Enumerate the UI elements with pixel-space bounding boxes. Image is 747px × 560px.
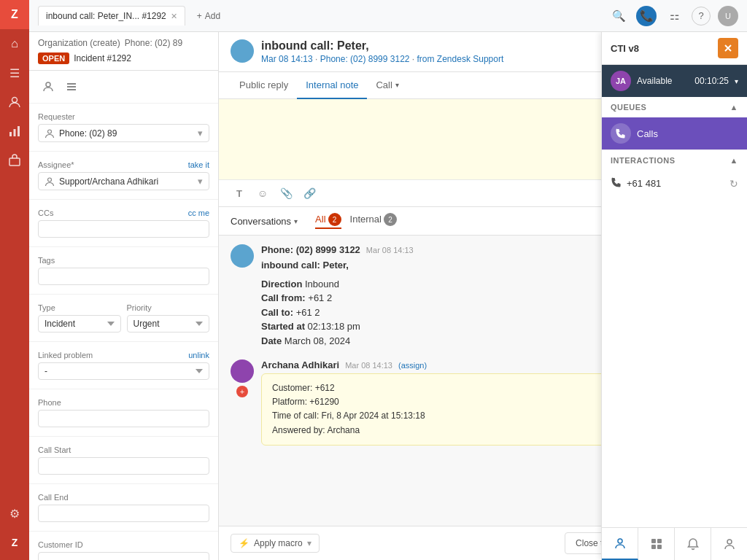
conversations-tabs: All2 Internal2 <box>315 213 397 229</box>
user-avatar[interactable]: U <box>718 6 738 26</box>
sidebar-item-reporting[interactable] <box>0 117 29 146</box>
link-icon[interactable]: 🔗 <box>301 184 318 202</box>
sidebar-item-home[interactable]: ⌂ <box>0 29 29 58</box>
linked-problem-section: Linked problem unlink - <box>29 342 218 389</box>
phone-breadcrumb[interactable]: Phone: (02) 89 <box>125 38 182 48</box>
direction-label: Direction <box>261 279 302 289</box>
type-priority-section: Type Incident Problem Task Question Prio… <box>29 295 218 342</box>
cti-interaction-item: +61 481 ↻ <box>602 171 747 196</box>
sidebar-item-customers[interactable] <box>0 88 29 117</box>
svg-rect-3 <box>18 126 20 136</box>
conversations-label: Conversations <box>231 216 291 227</box>
requester-dropdown-icon: ▾ <box>198 128 203 139</box>
svg-rect-14 <box>651 545 656 549</box>
cti-nav-agent[interactable] <box>602 528 638 560</box>
tab-all[interactable]: All2 <box>315 213 341 229</box>
ticket-title: inbound call: Peter, <box>261 39 503 52</box>
attach-icon[interactable]: 📎 <box>277 184 295 202</box>
topbar-left: inbound call: Peter_IN... #1292 ✕ + Add <box>38 6 226 26</box>
left-sidebar: Z ⌂ ☰ ⚙ Z <box>0 0 29 560</box>
direction-value: Inbound <box>305 279 339 289</box>
ticket-meta: Mar 08 14:13 · Phone: (02) 8999 3122 · f… <box>261 54 503 64</box>
list-icon[interactable] <box>61 77 82 97</box>
sidebar-item-organizations[interactable] <box>0 146 29 175</box>
emoji-icon[interactable]: ☺ <box>254 184 271 202</box>
org-breadcrumb[interactable]: Organization (create) <box>38 38 120 48</box>
conversations-filter-dropdown[interactable]: Conversations ▾ <box>231 216 298 227</box>
assign-link[interactable]: (assign) <box>398 361 427 370</box>
cc-me-link[interactable]: cc me <box>188 209 209 217</box>
format-text-icon[interactable]: T <box>231 184 248 202</box>
macro-dropdown-icon: ▾ <box>307 538 311 548</box>
apps-icon[interactable]: ⚏ <box>664 6 684 26</box>
priority-label: Priority <box>127 303 210 312</box>
cti-reload-icon[interactable]: ↻ <box>729 178 738 190</box>
call-start-section: Call Start <box>29 437 218 484</box>
cti-phone-row: +61 481 <box>611 176 661 190</box>
assignee-label: Assignee* take it <box>38 160 209 169</box>
svg-point-16 <box>727 540 732 544</box>
cti-nav-grid[interactable] <box>638 528 675 560</box>
msg-avatar-1 <box>231 244 254 268</box>
call-start-label: Call Start <box>38 446 209 454</box>
person-icon[interactable] <box>38 77 58 97</box>
apply-macro-button[interactable]: ⚡ Apply macro ▾ <box>231 534 320 553</box>
requester-input[interactable]: Phone: (02) 89 ▾ <box>38 124 209 142</box>
unlink-link[interactable]: unlink <box>188 351 209 359</box>
interactions-label: INTERACTIONS <box>611 156 676 165</box>
sidebar-item-settings[interactable]: ⚙ <box>0 499 29 528</box>
call-end-input[interactable] <box>38 505 209 522</box>
content-area: Organization (create) Phone: (02) 89 OPE… <box>29 32 747 560</box>
ccs-input[interactable] <box>38 220 209 238</box>
svg-point-9 <box>48 130 52 133</box>
incident-label: Incident #1292 <box>74 53 131 63</box>
cti-nav-profile[interactable] <box>711 528 747 560</box>
breadcrumb: Organization (create) Phone: (02) 89 OPE… <box>29 32 218 71</box>
ticket-tab[interactable]: inbound call: Peter_IN... #1292 ✕ <box>38 6 185 26</box>
type-field: Type Incident Problem Task Question <box>38 303 121 332</box>
tab-internal-note[interactable]: Internal note <box>297 72 367 99</box>
call-from-value: +61 2 <box>308 292 332 303</box>
search-icon[interactable]: 🔍 <box>608 6 629 26</box>
add-icon-small[interactable]: + <box>236 386 248 397</box>
tab-close-icon[interactable]: ✕ <box>171 12 177 21</box>
customer-id-input[interactable] <box>38 552 209 560</box>
topbar-right: 🔍 📞 ⚏ ? U <box>608 6 738 26</box>
take-it-link[interactable]: take it <box>188 160 209 169</box>
cti-panel: CTI v8 JA Available 00:10:25 ▾ QUEUES ▲ <box>601 32 747 560</box>
assignee-value: Support/Archana Adhikari <box>59 176 158 187</box>
call-start-input[interactable] <box>38 457 209 475</box>
tab-public-reply[interactable]: Public reply <box>231 72 297 99</box>
tags-section: Tags <box>29 247 218 295</box>
app-logo[interactable]: Z <box>0 0 29 29</box>
agent-chevron-icon[interactable]: ▾ <box>735 77 738 85</box>
call-end-section: Call End <box>29 484 218 532</box>
type-priority-row: Type Incident Problem Task Question Prio… <box>38 303 209 332</box>
tab-call[interactable]: Call ▾ <box>367 72 407 99</box>
cti-agent-row: JA Available 00:10:25 ▾ <box>602 65 747 97</box>
zendesk-icon[interactable]: Z <box>0 528 29 557</box>
phone-icon[interactable]: 📞 <box>636 6 657 26</box>
cti-nav-bell[interactable] <box>675 528 711 560</box>
phone-input[interactable] <box>38 410 209 427</box>
conversations-dropdown-arrow: ▾ <box>294 217 298 225</box>
tab-internal[interactable]: Internal2 <box>350 213 397 229</box>
sidebar-item-views[interactable]: ☰ <box>0 58 29 88</box>
add-tab-button[interactable]: + Add <box>191 8 226 24</box>
call-to-value: +61 2 <box>296 307 320 318</box>
help-icon[interactable]: ? <box>692 7 711 26</box>
cti-interactions-header[interactable]: INTERACTIONS ▲ <box>602 149 747 171</box>
started-at-label: Started at <box>261 321 305 332</box>
linked-problem-select[interactable]: - <box>38 362 209 380</box>
priority-select[interactable]: Urgent High Normal Low <box>127 315 210 332</box>
assignee-input[interactable]: Support/Archana Adhikari ▾ <box>38 172 209 190</box>
svg-rect-8 <box>67 89 76 90</box>
cti-queues-header[interactable]: QUEUES ▲ <box>602 97 747 117</box>
type-select[interactable]: Incident Problem Task Question <box>38 315 121 332</box>
tab-title: inbound call: Peter_IN... #1292 <box>46 11 166 21</box>
tags-input[interactable] <box>38 268 209 285</box>
svg-rect-15 <box>657 545 662 549</box>
cti-calls-queue[interactable]: Calls <box>602 117 747 149</box>
msg-author-1: Phone: (02) 8999 3122 <box>261 244 360 255</box>
calls-queue-label: Calls <box>637 128 658 139</box>
